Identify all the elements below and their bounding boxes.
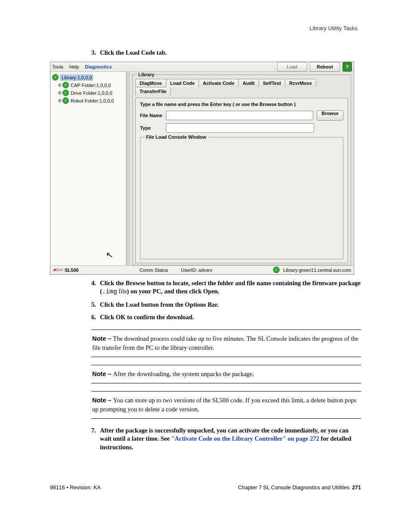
- step-5-number: 5.: [91, 301, 100, 309]
- tab-diagmove[interactable]: DiagMove: [135, 79, 166, 87]
- check-icon: ✓: [62, 90, 69, 96]
- tree-cap[interactable]: ⊕ ✓ CAP Folder:1,0,0,0: [51, 81, 125, 89]
- step-3-number: 3.: [91, 49, 100, 57]
- step-4-number: 4.: [91, 279, 100, 296]
- splitter[interactable]: [126, 72, 130, 265]
- status-bar: ◆Sun SL500 Comm Status UserID: advsrv ✓ …: [50, 265, 354, 274]
- step-5: 5. Click the Load button from the Option…: [91, 301, 361, 309]
- note-3: Note – You can store up to two versions …: [91, 391, 361, 419]
- note-label: Note –: [92, 397, 113, 404]
- running-head: Library Utility Tasks: [50, 25, 361, 31]
- tab-transferfile[interactable]: TransferFile: [135, 87, 171, 95]
- screenshot: Tools Help Diagnostics Load Reboot ? ✓ L…: [50, 62, 354, 275]
- step-3-text: Click the Load Code tab.: [100, 49, 361, 57]
- menu-tools[interactable]: Tools: [52, 64, 63, 69]
- note-label: Note –: [92, 335, 113, 342]
- tree-root-label: Library:1,0,0,0: [60, 75, 93, 81]
- note-label: Note –: [92, 370, 113, 377]
- step-7: 7. After the package is successfully unp…: [91, 426, 361, 452]
- tree-robot[interactable]: ⊕ ✓ Robot Folder:1,0,0,0: [51, 97, 125, 105]
- tab-activate[interactable]: Activate Code: [199, 79, 239, 87]
- console-fieldset: File Load Console Window: [140, 137, 343, 259]
- product-label: SL500: [65, 268, 78, 273]
- expand-icon[interactable]: ⊕: [57, 90, 62, 96]
- note-1: Note – The download process could take u…: [91, 330, 361, 357]
- menu-diagnostics[interactable]: Diagnostics: [85, 64, 112, 69]
- check-icon: ✓: [273, 267, 280, 273]
- sun-logo-icon: ◆Sun: [53, 268, 63, 272]
- load-button[interactable]: Load: [277, 62, 307, 72]
- help-icon[interactable]: ?: [342, 62, 352, 72]
- console-legend: File Load Console Window: [145, 134, 208, 140]
- tab-loadcode[interactable]: Load Code: [166, 79, 199, 87]
- loadcode-pane: Type a file name and press the Enter key…: [135, 98, 348, 263]
- main-panel: Library DiagMove Load Code Activate Code…: [130, 72, 354, 265]
- tree-drive-label: Drive Folder:1,0,0,0: [71, 90, 112, 96]
- step-6-number: 6.: [91, 313, 100, 322]
- step-3: 3. Click the Load Code tab.: [91, 49, 361, 57]
- note-2: Note – After the downloading, the system…: [91, 365, 361, 383]
- check-icon: ✓: [62, 82, 69, 88]
- expand-icon[interactable]: ⊕: [57, 82, 62, 88]
- step-4: 4. Click the Browse button to locate, se…: [91, 279, 361, 296]
- note-2-text: After the downloading, the system unpack…: [113, 370, 254, 377]
- tree-cap-label: CAP Folder:1,0,0,0: [71, 83, 111, 88]
- library-fieldset: Library DiagMove Load Code Activate Code…: [132, 75, 351, 265]
- type-label: Type: [140, 125, 166, 131]
- expand-icon[interactable]: ⊕: [57, 98, 62, 103]
- tree-robot-label: Robot Folder:1,0,0,0: [71, 98, 114, 103]
- reboot-button[interactable]: Reboot: [310, 62, 340, 72]
- filename-label: File Name: [140, 113, 166, 118]
- comm-status: Comm Status: [140, 268, 168, 273]
- menu-help[interactable]: Help: [69, 64, 79, 69]
- library-host: Library:green11.central.sun.com: [283, 268, 351, 273]
- nav-tree: ✓ Library:1,0,0,0 ⊕ ✓ CAP Folder:1,0,0,0…: [50, 72, 126, 265]
- userid: UserID: advsrv: [181, 268, 212, 273]
- cross-ref-link[interactable]: "Activate Code on the Library Controller…: [171, 435, 319, 442]
- library-legend: Library: [137, 72, 156, 77]
- step-6: 6. Click OK to confirm the download.: [91, 313, 361, 322]
- browse-button[interactable]: Browse: [317, 110, 343, 121]
- tree-root[interactable]: ✓ Library:1,0,0,0: [51, 74, 125, 81]
- tab-rcvrmove[interactable]: RcvrMove: [285, 79, 316, 87]
- step-7-text: After the package is successfully unpack…: [100, 426, 361, 452]
- menubar: Tools Help Diagnostics Load Reboot ?: [50, 62, 354, 72]
- filename-input[interactable]: [166, 111, 313, 120]
- check-icon: ✓: [62, 97, 69, 104]
- tab-audit[interactable]: Audit: [238, 79, 259, 87]
- check-icon: ✓: [52, 74, 59, 81]
- note-1-text: The download process could take up to fi…: [92, 335, 358, 351]
- step-6-text: Click OK to confirm the download.: [100, 313, 361, 322]
- tree-drive[interactable]: ⊕ ✓ Drive Folder:1,0,0,0: [51, 89, 125, 97]
- step-7-number: 7.: [91, 426, 100, 452]
- step-4-text: Click the Browse button to locate, selec…: [100, 279, 361, 296]
- page-footer: 96116 • Revision: KA Chapter 7 SL Consol…: [50, 485, 361, 491]
- footer-left: 96116 • Revision: KA: [50, 485, 101, 491]
- tab-selftest[interactable]: SelfTest: [258, 79, 285, 87]
- note-3-text: You can store up to two versions of the …: [92, 397, 356, 413]
- type-input[interactable]: [166, 123, 314, 133]
- step-5-text: Click the Load button from the Options B…: [100, 301, 361, 309]
- tab-strip: DiagMove Load Code Activate Code Audit S…: [135, 79, 348, 95]
- footer-right: Chapter 7 SL Console Diagnostics and Uti…: [238, 485, 361, 491]
- instruction-text: Type a file name and press the Enter key…: [140, 102, 343, 107]
